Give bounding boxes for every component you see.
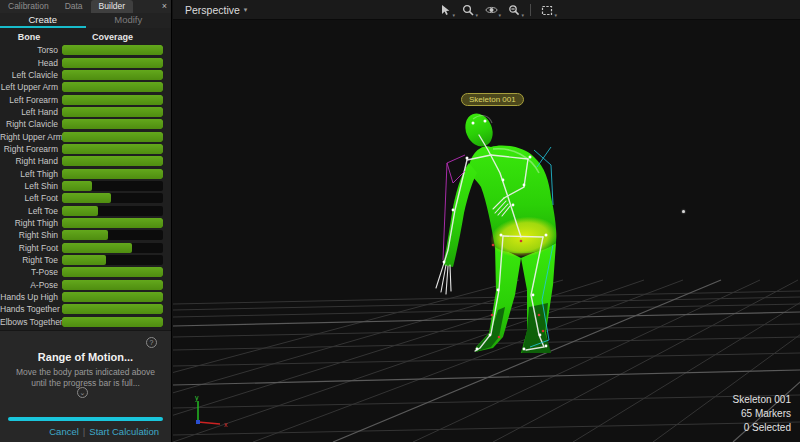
bone-label: Hands Together [0, 304, 58, 314]
coverage-bar-fill [62, 230, 108, 240]
viewport-toolbar: ▾ ▾ ▾ ▾ ▾ [438, 0, 554, 20]
bone-label: Right Toe [0, 255, 58, 265]
bone-label: Head [0, 58, 58, 68]
coverage-bar-track [62, 144, 163, 154]
bone-label: Left Upper Arm [0, 82, 58, 92]
column-header-coverage: Coverage [62, 32, 163, 42]
tool-dropdown-caret: ▾ [498, 12, 501, 18]
coverage-column-headers: Bone Coverage [0, 31, 171, 43]
coverage-bar-fill [62, 181, 92, 191]
stray-marker-dot[interactable] [682, 210, 685, 213]
coverage-bar-fill [62, 304, 163, 314]
bone-list: TorsoHeadLeft ClavicleLeft Upper ArmLeft… [0, 44, 171, 328]
tool-dropdown-caret: ▾ [554, 12, 557, 18]
skeleton-avatar[interactable] [403, 85, 583, 375]
tool-dropdown-caret: ▾ [452, 12, 455, 18]
bone-label: Right Foot [0, 243, 58, 253]
coverage-bar-fill [62, 82, 163, 92]
info-skeleton-name: Skeleton 001 [733, 393, 791, 407]
coverage-bar-track [62, 58, 163, 68]
footer-buttons: Cancel | Start Calculation [45, 426, 163, 437]
coverage-bar-track [62, 292, 163, 302]
pan-tool-icon[interactable]: ▾ [507, 3, 521, 17]
tab-builder[interactable]: Builder [91, 0, 133, 13]
bone-label: Torso [0, 45, 58, 55]
coverage-bar-track [62, 218, 163, 228]
info-selected-count: 0 Selected [733, 421, 791, 435]
bone-row: Right Toe [0, 254, 171, 266]
bone-label: Right Hand [0, 156, 58, 166]
tab-data[interactable]: Data [57, 0, 91, 13]
axis-y-label: y [195, 394, 199, 402]
marquee-tool-icon[interactable]: ▾ [540, 3, 554, 17]
coverage-bar-fill [62, 169, 163, 179]
selection-info: Skeleton 001 65 Markers 0 Selected [733, 393, 791, 435]
axis-x-label: x [224, 421, 228, 428]
coverage-bar-fill [62, 107, 163, 117]
subtab-modify[interactable]: Modify [86, 13, 172, 28]
start-calculation-button[interactable]: Start Calculation [85, 426, 163, 437]
coverage-bar-fill [62, 280, 163, 290]
perspective-viewport[interactable]: Perspective ▾ ▾ ▾ ▾ ▾ [173, 0, 800, 442]
info-marker-count: 65 Markers [733, 407, 791, 421]
coverage-bar-fill [62, 58, 163, 68]
tab-calibration[interactable]: Calibration [0, 0, 57, 13]
range-of-motion-section: ? Range of Motion... Move the body parts… [0, 330, 171, 442]
coverage-bar-fill [62, 132, 163, 142]
panel-tabbar: Calibration Data Builder × [0, 0, 171, 13]
coverage-bar-track [62, 156, 163, 166]
subtab-create[interactable]: Create [0, 13, 86, 28]
bone-row: Left Forearm [0, 93, 171, 105]
coverage-bar-track [62, 119, 163, 129]
motive-window: Calibration Data Builder × Create Modify… [0, 0, 800, 442]
zoom-tool-icon[interactable]: ▾ [461, 3, 475, 17]
select-tool-icon[interactable]: ▾ [438, 3, 452, 17]
orbit-tool-icon[interactable]: ▾ [484, 3, 498, 17]
coverage-bar-track [62, 82, 163, 92]
builder-subtabs: Create Modify [0, 13, 171, 28]
bone-label: Right Thigh [0, 218, 58, 228]
range-of-motion-title: Range of Motion... [0, 351, 171, 363]
bone-label: Left Shin [0, 181, 58, 191]
bone-label: Left Hand [0, 107, 58, 117]
coverage-bar-track [62, 206, 163, 216]
builder-panel: Calibration Data Builder × Create Modify… [0, 0, 172, 442]
bone-row: Left Toe [0, 204, 171, 216]
coverage-bar-track [62, 45, 163, 55]
coverage-bar-track [62, 280, 163, 290]
coverage-bar-fill [62, 119, 163, 129]
bone-label: Elbows Together [0, 317, 58, 327]
bone-row: Elbows Together [0, 316, 171, 328]
bone-row: T-Pose [0, 266, 171, 278]
bone-label: Left Thigh [0, 169, 58, 179]
coverage-bar-fill [62, 292, 163, 302]
range-of-motion-description: Move the body parts indicated above unti… [11, 367, 161, 388]
view-selector-dropdown[interactable]: Perspective ▾ [185, 0, 247, 20]
calibration-progress-fill [8, 417, 163, 421]
bone-row: Left Shin [0, 180, 171, 192]
tool-dropdown-caret: ▾ [475, 12, 478, 18]
bone-label: A-Pose [0, 280, 58, 290]
coverage-bar-track [62, 267, 163, 277]
chevron-down-circle-icon[interactable]: ⌄ [77, 387, 88, 398]
cancel-button[interactable]: Cancel [45, 426, 83, 437]
axis-z-handle [196, 420, 200, 424]
bone-label: Left Foot [0, 193, 58, 203]
bone-row: A-Pose [0, 279, 171, 291]
bone-label: Right Upper Arm [0, 132, 58, 142]
help-icon[interactable]: ? [146, 337, 157, 348]
coverage-bar-fill [62, 317, 163, 327]
coverage-bar-fill [62, 45, 163, 55]
coverage-bar-fill [62, 267, 163, 277]
coverage-bar-fill [62, 206, 98, 216]
bone-row: Left Clavicle [0, 69, 171, 81]
skeleton-name-label[interactable]: Skeleton 001 [461, 93, 524, 106]
bone-row: Right Thigh [0, 217, 171, 229]
coverage-bar-track [62, 193, 163, 203]
close-icon[interactable]: × [162, 0, 167, 13]
coverage-bar-track [62, 317, 163, 327]
coverage-bar-fill [62, 193, 111, 203]
viewport-topbar: Perspective ▾ ▾ ▾ ▾ ▾ [173, 0, 800, 20]
bone-label: Right Shin [0, 230, 58, 240]
bone-label: Left Toe [0, 206, 58, 216]
